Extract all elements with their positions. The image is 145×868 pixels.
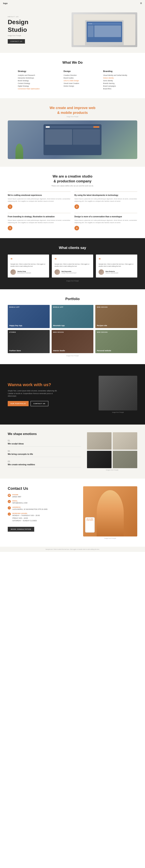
portfolio-section: Portfolio MOBILE APP Happy Day App. MOBI… (0, 289, 145, 364)
step-title-3: We create winning realities (8, 463, 81, 466)
feature-text-1: Solum fauce a placerat orci nulla pellen… (8, 198, 70, 203)
branding-item: Brands Naming (103, 83, 127, 84)
testimonial-1: ❝ Sample text. Click to select the text … (8, 254, 49, 278)
web-mobile-image (8, 120, 137, 159)
dot2 (90, 23, 91, 24)
testimonial-text-3: Sample text. Click to select the text bo… (98, 263, 135, 268)
author-role-2: CHIEF ACCOUNTANT (61, 272, 77, 274)
emotions-section: We shape emotions 01. We sculpt ideas 02… (0, 425, 145, 478)
contact-address-info: ADDRESS ALEXANDRIA, 32 WASHINGTON STR.32… (12, 506, 47, 511)
portfolio-name-5: Interior Studio (53, 350, 65, 351)
footer-text: Sample text. Click to select the text bo… (8, 549, 137, 550)
feature-text-4: Solum fauce a placerat orci nulla pellen… (75, 219, 137, 224)
feature-card-4: Design is more of a conversation than a … (75, 213, 137, 230)
portfolio-item-3[interactable]: WEB DESIGN Recipes site (95, 305, 137, 328)
email-icon: @ (8, 500, 11, 503)
feature-num-4: 4 (75, 226, 79, 230)
emotions-image-credit: Images from Freepik (87, 469, 137, 471)
web-mobile-title-text: We create and improve (50, 106, 88, 110)
author-name-3: Bob Roberts (106, 271, 118, 272)
avatar-3 (98, 269, 104, 275)
cs-description: These core values define who we are and … (8, 185, 137, 187)
strategy-item: Brand Strategy (18, 80, 40, 82)
topbar-spacer (50, 126, 93, 128)
feature-card-3: From branding to strategy, illustration … (8, 213, 70, 230)
screen-main (94, 26, 121, 37)
web-mobile-highlight: web (89, 106, 95, 110)
screen-content (88, 26, 121, 37)
portfolio-item-6[interactable]: WEB DESIGN Personal website (95, 330, 137, 353)
author-info-3: Bob Roberts SALES MANAGER (106, 271, 118, 274)
portfolio-label-2: MOBILE APP (53, 306, 63, 308)
wanna-work-content: Wanna work with us? Simple Text. Lorem i… (8, 382, 62, 406)
design-column: Design Creative Direction Brand Guides U… (64, 70, 79, 91)
topbar-btn (93, 126, 99, 128)
contact-hours-row: ◷ WORKING HOURS MONDAY – THURSDAY 9:00 –… (8, 513, 77, 522)
email-icon-symbol: @ (8, 501, 10, 502)
portfolio-name-2: Mountain App (53, 324, 65, 327)
testimonial-author-1: Sasha Gray BUSINESS OWNER (10, 269, 47, 275)
emotions-left: We shape emotions 01. We sculpt ideas 02… (8, 432, 81, 471)
branding-item: Brand campaigns (103, 85, 127, 87)
email-value: INFO@GMAIL.COM (12, 502, 27, 504)
laptop-screen (87, 22, 122, 42)
web-mobile-section: We create and improve web & mobile produ… (0, 98, 145, 167)
contact-hours-info: WORKING HOURS MONDAY – THURSDAY 9:00 – 2… (12, 513, 40, 522)
phone-label: PHONE (12, 494, 21, 496)
web-mobile-image-credit: Image from Freepik (8, 116, 137, 117)
screen-sidebar (88, 26, 93, 37)
portfolio-item-2[interactable]: MOBILE APP Mountain App (52, 305, 93, 328)
cs-title-line2: & production company (8, 179, 137, 183)
hero-title-line2: Studio (8, 26, 28, 33)
hero-section: ABOUT US Design Studio Image from Freepi… (0, 6, 145, 53)
portfolio-button[interactable]: OUR PORTFOLIO (8, 401, 29, 406)
portfolio-item-5[interactable]: WEB DESIGN Interior Studio (52, 330, 93, 353)
author-info-2: Nat Reynolds CHIEF ACCOUNTANT (61, 271, 77, 274)
services-grid: Strategy Analytics and Research Interact… (8, 70, 137, 91)
hours-line3: SATURDAY – SUNDAY CLOSED (12, 520, 40, 522)
hours-icon: ◷ (8, 513, 11, 516)
phone-mockup: We are a Web Design Agency (85, 517, 95, 533)
feature-card-1: We're crafting emotional experiences Sol… (8, 191, 70, 209)
laptop-navbar (88, 23, 121, 25)
book-consultation-button[interactable]: BOOK CONSULTATION (8, 527, 34, 532)
emotion-step-2: 02. We bring concepts to life (8, 450, 81, 457)
address-label: ADDRESS (12, 506, 47, 508)
portfolio-grid: MOBILE APP Happy Day App. MOBILE APP Mou… (8, 305, 137, 353)
hours-line2: FRIDAY 9:00 – 18:00 (12, 517, 40, 520)
hero-cta-button[interactable]: CONTACT US (8, 39, 25, 43)
quote-icon-1: ❝ (10, 257, 47, 262)
hero-laptop-mockup (74, 14, 135, 45)
screen-topbar (45, 126, 100, 128)
testimonial-2: ❝ Sample text. Click to select the text … (52, 254, 93, 278)
author-name-2: Nat Reynolds (61, 271, 77, 272)
portfolio-item-1[interactable]: MOBILE APP Happy Day App. (8, 305, 50, 328)
portfolio-image-credit: Images from Freepik (8, 355, 137, 356)
address-value: ALEXANDRIA, 32 WASHINGTON STR.32-2835 (12, 508, 47, 511)
navbar: logo ≡ (0, 0, 145, 6)
hours-label: WORKING HOURS (12, 513, 40, 514)
portfolio-item-4[interactable]: STORES Fashion Store (8, 330, 50, 353)
feature-title-1: We're crafting emotional experiences (8, 194, 70, 196)
contact-button[interactable]: CONTACT US (31, 401, 48, 406)
hero-content: ABOUT US Design Studio Image from Freepi… (8, 16, 28, 43)
laptop-graphic (85, 20, 124, 45)
design-item: Visual Asset Creation (64, 83, 79, 84)
creative-studio-section: We are a creative studio & production co… (0, 167, 145, 238)
portfolio-name-4: Fashion Store (9, 350, 21, 351)
testimonial-author-3: Bob Roberts SALES MANAGER (98, 269, 135, 275)
testimonial-text-1: Sample text. Click to select the text bo… (10, 263, 47, 268)
hamburger-menu[interactable]: ≡ (140, 2, 142, 5)
author-role-3: SALES MANAGER (106, 272, 118, 274)
hero-about-label: ABOUT US (8, 16, 28, 18)
emotion-step-3: 03. We create winning realities (8, 460, 81, 467)
phone-screen-text: We are a Web Design Agency (86, 518, 93, 521)
phone-icon: ☎ (8, 494, 11, 497)
branding-column: Branding Visual identity and Verbal iden… (103, 70, 127, 91)
screen-body (45, 129, 100, 145)
web-mobile-subtitle: & mobile products (8, 111, 137, 115)
step-num-1: 01. (8, 440, 81, 442)
clients-title: What clients say (8, 246, 137, 250)
features-grid: We're crafting emotional experiences Sol… (8, 191, 137, 230)
contact-right: We are a Web Design Agency Image from Fr… (83, 486, 137, 539)
